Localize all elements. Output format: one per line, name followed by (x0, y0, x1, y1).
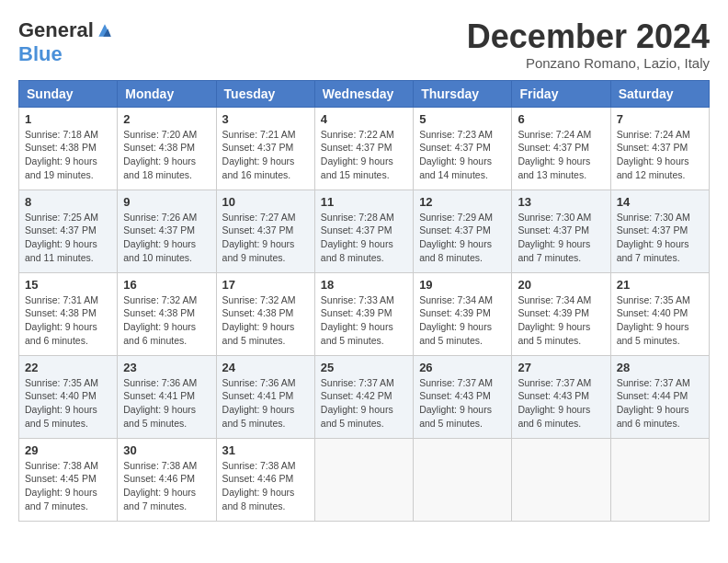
calendar-header-thursday: Thursday (414, 80, 512, 107)
calendar-week-row: 8Sunrise: 7:25 AMSunset: 4:37 PMDaylight… (19, 190, 710, 272)
day-info: Sunrise: 7:31 AMSunset: 4:38 PMDaylight:… (25, 293, 111, 348)
day-info: Sunrise: 7:18 AMSunset: 4:38 PMDaylight:… (25, 128, 111, 182)
day-number: 16 (123, 278, 210, 292)
calendar-day-cell: 16Sunrise: 7:32 AMSunset: 4:38 PMDayligh… (118, 272, 216, 355)
calendar-day-cell: 22Sunrise: 7:35 AMSunset: 4:40 PMDayligh… (19, 355, 118, 438)
day-number: 7 (617, 112, 703, 126)
day-info: Sunrise: 7:35 AMSunset: 4:40 PMDaylight:… (617, 293, 703, 348)
day-info: Sunrise: 7:38 AMSunset: 4:46 PMDaylight:… (123, 459, 210, 513)
day-number: 24 (222, 361, 309, 374)
day-info: Sunrise: 7:20 AMSunset: 4:38 PMDaylight:… (123, 128, 210, 182)
calendar-day-cell: 11Sunrise: 7:28 AMSunset: 4:37 PMDayligh… (314, 190, 413, 272)
calendar-day-cell: 21Sunrise: 7:35 AMSunset: 4:40 PMDayligh… (610, 272, 709, 355)
day-number: 11 (321, 195, 407, 209)
calendar-header-row: SundayMondayTuesdayWednesdayThursdayFrid… (19, 80, 710, 107)
day-number: 12 (419, 195, 506, 209)
day-number: 15 (25, 278, 111, 292)
day-number: 23 (123, 361, 210, 374)
day-number: 28 (617, 361, 703, 374)
day-info: Sunrise: 7:25 AMSunset: 4:37 PMDaylight:… (25, 211, 111, 265)
calendar-day-cell: 17Sunrise: 7:32 AMSunset: 4:38 PMDayligh… (216, 272, 314, 355)
calendar-day-cell (314, 438, 413, 521)
calendar-day-cell: 3Sunrise: 7:21 AMSunset: 4:37 PMDaylight… (216, 107, 314, 190)
day-number: 19 (419, 278, 506, 292)
calendar-day-cell: 1Sunrise: 7:18 AMSunset: 4:38 PMDaylight… (19, 107, 118, 190)
calendar-day-cell (414, 438, 512, 521)
day-number: 25 (321, 361, 407, 374)
calendar-day-cell: 2Sunrise: 7:20 AMSunset: 4:38 PMDaylight… (118, 107, 216, 190)
calendar-day-cell: 12Sunrise: 7:29 AMSunset: 4:37 PMDayligh… (414, 190, 512, 272)
calendar-week-row: 1Sunrise: 7:18 AMSunset: 4:38 PMDaylight… (19, 107, 710, 190)
calendar-day-cell: 5Sunrise: 7:23 AMSunset: 4:37 PMDaylight… (414, 107, 512, 190)
page-header: General Blue December 2024 Ponzano Roman… (18, 18, 710, 71)
location-subtitle: Ponzano Romano, Lazio, Italy (467, 55, 710, 71)
day-info: Sunrise: 7:37 AMSunset: 4:42 PMDaylight:… (321, 376, 407, 431)
month-title: December 2024 (467, 18, 710, 55)
calendar-week-row: 29Sunrise: 7:38 AMSunset: 4:45 PMDayligh… (19, 438, 710, 521)
day-info: Sunrise: 7:37 AMSunset: 4:44 PMDaylight:… (617, 376, 703, 431)
logo-general-text: General (18, 18, 94, 42)
calendar-day-cell: 23Sunrise: 7:36 AMSunset: 4:41 PMDayligh… (118, 355, 216, 438)
day-info: Sunrise: 7:32 AMSunset: 4:38 PMDaylight:… (222, 293, 309, 348)
day-number: 6 (518, 112, 604, 126)
calendar-day-cell: 28Sunrise: 7:37 AMSunset: 4:44 PMDayligh… (610, 355, 709, 438)
day-number: 22 (25, 361, 111, 374)
day-number: 17 (222, 278, 309, 292)
day-number: 3 (222, 112, 309, 126)
day-number: 10 (222, 195, 309, 209)
calendar-day-cell: 18Sunrise: 7:33 AMSunset: 4:39 PMDayligh… (314, 272, 413, 355)
logo-blue-text: Blue (18, 42, 63, 66)
day-number: 13 (518, 195, 604, 209)
calendar-day-cell: 10Sunrise: 7:27 AMSunset: 4:37 PMDayligh… (216, 190, 314, 272)
day-number: 14 (617, 195, 703, 209)
day-info: Sunrise: 7:24 AMSunset: 4:37 PMDaylight:… (518, 128, 604, 182)
calendar-header-saturday: Saturday (610, 80, 709, 107)
calendar-day-cell: 13Sunrise: 7:30 AMSunset: 4:37 PMDayligh… (512, 190, 610, 272)
calendar-day-cell: 20Sunrise: 7:34 AMSunset: 4:39 PMDayligh… (512, 272, 610, 355)
day-number: 1 (25, 112, 111, 126)
day-number: 4 (321, 112, 407, 126)
day-number: 26 (419, 361, 506, 374)
day-info: Sunrise: 7:30 AMSunset: 4:37 PMDaylight:… (518, 211, 604, 265)
day-info: Sunrise: 7:27 AMSunset: 4:37 PMDaylight:… (222, 211, 309, 265)
calendar-day-cell: 26Sunrise: 7:37 AMSunset: 4:43 PMDayligh… (414, 355, 512, 438)
day-info: Sunrise: 7:37 AMSunset: 4:43 PMDaylight:… (419, 376, 506, 431)
day-info: Sunrise: 7:37 AMSunset: 4:43 PMDaylight:… (518, 376, 604, 431)
day-info: Sunrise: 7:26 AMSunset: 4:37 PMDaylight:… (123, 211, 210, 265)
day-number: 21 (617, 278, 703, 292)
day-info: Sunrise: 7:36 AMSunset: 4:41 PMDaylight:… (123, 376, 210, 431)
day-info: Sunrise: 7:35 AMSunset: 4:40 PMDaylight:… (25, 376, 111, 431)
calendar-day-cell: 14Sunrise: 7:30 AMSunset: 4:37 PMDayligh… (610, 190, 709, 272)
day-info: Sunrise: 7:34 AMSunset: 4:39 PMDaylight:… (518, 293, 604, 348)
day-info: Sunrise: 7:38 AMSunset: 4:45 PMDaylight:… (25, 459, 111, 513)
calendar-header-monday: Monday (118, 80, 216, 107)
day-info: Sunrise: 7:30 AMSunset: 4:37 PMDaylight:… (617, 211, 703, 265)
calendar-day-cell: 30Sunrise: 7:38 AMSunset: 4:46 PMDayligh… (118, 438, 216, 521)
calendar-table: SundayMondayTuesdayWednesdayThursdayFrid… (18, 80, 710, 522)
calendar-day-cell: 7Sunrise: 7:24 AMSunset: 4:37 PMDaylight… (610, 107, 709, 190)
calendar-day-cell: 24Sunrise: 7:36 AMSunset: 4:41 PMDayligh… (216, 355, 314, 438)
calendar-day-cell: 4Sunrise: 7:22 AMSunset: 4:37 PMDaylight… (314, 107, 413, 190)
calendar-day-cell: 25Sunrise: 7:37 AMSunset: 4:42 PMDayligh… (314, 355, 413, 438)
calendar-week-row: 22Sunrise: 7:35 AMSunset: 4:40 PMDayligh… (19, 355, 710, 438)
day-info: Sunrise: 7:38 AMSunset: 4:46 PMDaylight:… (222, 459, 309, 513)
day-number: 8 (25, 195, 111, 209)
day-number: 29 (25, 443, 111, 457)
calendar-header-tuesday: Tuesday (216, 80, 314, 107)
day-info: Sunrise: 7:32 AMSunset: 4:38 PMDaylight:… (123, 293, 210, 348)
calendar-day-cell: 19Sunrise: 7:34 AMSunset: 4:39 PMDayligh… (414, 272, 512, 355)
day-info: Sunrise: 7:21 AMSunset: 4:37 PMDaylight:… (222, 128, 309, 182)
day-number: 9 (123, 195, 210, 209)
day-info: Sunrise: 7:22 AMSunset: 4:37 PMDaylight:… (321, 128, 407, 182)
logo-icon (96, 21, 114, 40)
calendar-header-wednesday: Wednesday (314, 80, 413, 107)
calendar-day-cell: 8Sunrise: 7:25 AMSunset: 4:37 PMDaylight… (19, 190, 118, 272)
day-info: Sunrise: 7:36 AMSunset: 4:41 PMDaylight:… (222, 376, 309, 431)
calendar-header-sunday: Sunday (19, 80, 118, 107)
calendar-day-cell: 31Sunrise: 7:38 AMSunset: 4:46 PMDayligh… (216, 438, 314, 521)
day-number: 27 (518, 361, 604, 374)
title-section: December 2024 Ponzano Romano, Lazio, Ita… (467, 18, 710, 71)
day-number: 2 (123, 112, 210, 126)
day-info: Sunrise: 7:29 AMSunset: 4:37 PMDaylight:… (419, 211, 506, 265)
day-number: 20 (518, 278, 604, 292)
